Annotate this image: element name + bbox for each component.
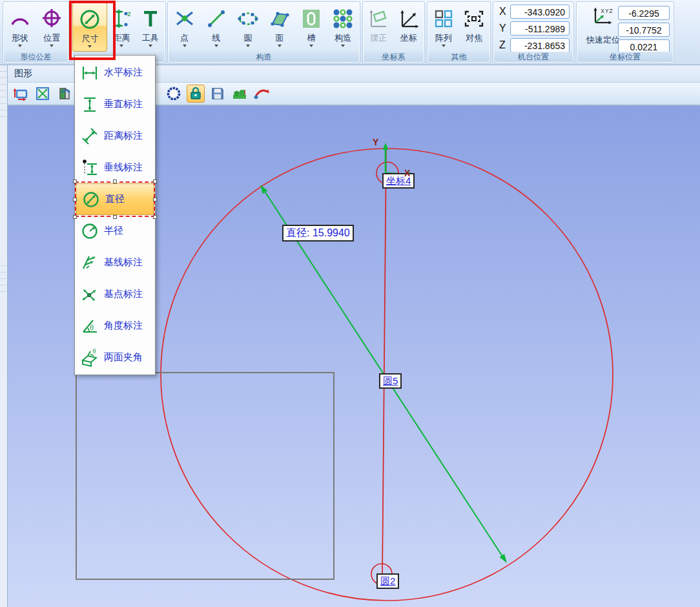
circle-icon bbox=[236, 5, 260, 33]
left-panel-edge bbox=[0, 65, 8, 607]
coordinate-label: 坐标 bbox=[400, 33, 417, 43]
group-label-machine-position: 机台位置 bbox=[494, 52, 573, 62]
lock-icon bbox=[188, 86, 203, 101]
line-icon bbox=[205, 5, 228, 33]
ribbon-group-tolerance: 形状 位置 形位公差 bbox=[3, 1, 69, 63]
diameter-icon bbox=[81, 190, 101, 209]
menu-item-vertical-dim[interactable]: 垂直标注 bbox=[75, 88, 155, 120]
group-label-other: 其他 bbox=[428, 52, 489, 62]
vertical-dim-icon bbox=[79, 96, 100, 114]
shape-tolerance-button[interactable]: 形状 bbox=[5, 3, 36, 52]
machine-z-row: Z -231.8653 bbox=[499, 37, 570, 53]
position-tolerance-button[interactable]: 位置 bbox=[36, 3, 67, 52]
position-label: 位置 bbox=[43, 33, 60, 43]
redo-rotate-button[interactable] bbox=[252, 85, 271, 103]
chevron-down-icon bbox=[309, 45, 313, 49]
svg-text:θ: θ bbox=[92, 349, 96, 355]
redo-arrow-icon bbox=[252, 85, 271, 102]
menu-item-angle-dim[interactable]: θ 角度标注 bbox=[75, 310, 155, 342]
chevron-down-icon bbox=[214, 45, 218, 49]
align-icon bbox=[367, 5, 390, 33]
coordinate-button[interactable]: 坐标 bbox=[394, 3, 423, 52]
shape-label: 形状 bbox=[12, 33, 28, 43]
menu-item-diameter[interactable]: 直径 bbox=[76, 183, 154, 215]
machine-x-value: -343.0920 bbox=[510, 5, 570, 19]
tools-button[interactable]: 工具 bbox=[136, 3, 165, 52]
focus-button[interactable]: 对焦 bbox=[460, 3, 489, 52]
polygon-circle-button[interactable] bbox=[165, 85, 183, 103]
menu-item-basepoint-dim[interactable]: 基点标注 bbox=[75, 278, 155, 310]
group-label-tolerance: 形位公差 bbox=[4, 52, 68, 62]
focus-label: 对焦 bbox=[466, 33, 482, 43]
menu-item-radius[interactable]: 半径 bbox=[75, 215, 155, 247]
tools-label: 工具 bbox=[142, 33, 159, 43]
radius-icon bbox=[79, 222, 100, 240]
distance-iz-icon: z bbox=[110, 5, 132, 33]
svg-text:XYZ: XYZ bbox=[601, 8, 613, 14]
coordpos-value-1: -6.2295 bbox=[618, 6, 670, 20]
scene-image-icon bbox=[231, 85, 248, 102]
z-axis-label: Z bbox=[499, 39, 510, 51]
chevron-down-icon bbox=[88, 45, 92, 50]
menu-item-distance-dim[interactable]: 距离标注 bbox=[75, 120, 155, 152]
perpline-dim-icon bbox=[79, 159, 100, 177]
coordinate-axes-icon bbox=[397, 5, 420, 33]
menu-item-horizontal-dim[interactable]: 水平标注 bbox=[75, 57, 155, 88]
label-circle5[interactable]: 圆5 bbox=[379, 373, 402, 389]
tools-t-icon bbox=[139, 5, 161, 33]
ribbon-group-coordinate-position: XYZ 快速定位 -6.2295 -10.7752 0.0221 坐标位置 bbox=[576, 1, 674, 63]
line-label: 线 bbox=[212, 33, 220, 43]
dimension-label: 尺寸 bbox=[81, 34, 98, 43]
save-floppy-icon bbox=[210, 86, 225, 101]
red-centerline[interactable] bbox=[382, 149, 386, 578]
distance-button[interactable]: z 距离 bbox=[107, 3, 136, 52]
menu-item-perpline-dim[interactable]: 垂线标注 bbox=[75, 152, 155, 183]
quick-locate-xyz-icon: XYZ bbox=[589, 5, 617, 30]
array-label: 阵列 bbox=[435, 33, 452, 43]
label-diameter-value[interactable]: 直径: 15.9940 bbox=[282, 225, 354, 242]
ribbon-group-coordsys: 摆正 坐标 坐标系 bbox=[362, 1, 425, 63]
canvas-axis-x-letter: X bbox=[404, 168, 410, 178]
chevron-down-icon bbox=[149, 45, 152, 49]
circle-button[interactable]: 圆 bbox=[233, 3, 262, 52]
application-window: 形状 位置 形位公差 尺寸 bbox=[0, 0, 700, 607]
zoom-fit-button[interactable] bbox=[34, 85, 52, 103]
svg-text:θ: θ bbox=[90, 324, 94, 331]
dimension-dropdown-menu: 水平标注 垂直标注 距离标注 垂线标注 直径 bbox=[74, 55, 156, 375]
chevron-down-icon bbox=[442, 45, 446, 49]
group-label-construct: 构造 bbox=[169, 52, 359, 62]
array-button[interactable]: 阵列 bbox=[429, 3, 458, 52]
horizontal-dim-icon bbox=[79, 64, 100, 82]
position-target-icon bbox=[40, 5, 63, 33]
point-button[interactable]: 点 bbox=[170, 3, 199, 52]
plane-button[interactable]: 面 bbox=[265, 3, 294, 52]
lock-button[interactable] bbox=[187, 85, 205, 103]
point-icon bbox=[173, 5, 196, 33]
construct-button[interactable]: 构造 bbox=[329, 3, 358, 52]
tab-graphics[interactable]: 图形 bbox=[14, 68, 32, 79]
plane-label: 面 bbox=[276, 33, 284, 43]
slot-label: 槽 bbox=[307, 33, 316, 43]
dihedral-angle-icon: θ bbox=[79, 349, 100, 367]
pan-view-button[interactable] bbox=[12, 85, 30, 103]
menu-item-baseline-dim[interactable]: 基线标注 bbox=[75, 247, 155, 278]
save-button[interactable] bbox=[209, 85, 227, 103]
align-button: 摆正 bbox=[364, 3, 393, 52]
array-grid-icon bbox=[433, 5, 455, 33]
gray-rectangle[interactable] bbox=[76, 373, 334, 579]
distance-label: 距离 bbox=[113, 33, 130, 43]
chevron-down-icon bbox=[246, 45, 250, 49]
svg-text:z: z bbox=[128, 10, 132, 17]
line-button[interactable]: 线 bbox=[201, 3, 231, 52]
scene-button[interactable] bbox=[231, 85, 249, 103]
menu-item-dihedral-angle[interactable]: θ 两面夹角 bbox=[75, 342, 155, 373]
construct-label: 构造 bbox=[335, 33, 351, 43]
label-circle2[interactable]: 圆2 bbox=[376, 573, 399, 589]
dimension-button[interactable]: 尺寸 bbox=[72, 3, 107, 52]
ribbon-group-machine-position: X -343.0920 Y -511.2989 Z -231.8653 机台位置 bbox=[493, 1, 574, 63]
ribbon-group-other: 阵列 对焦 其他 bbox=[427, 1, 491, 63]
construct-cluster-icon bbox=[331, 5, 355, 33]
slot-button[interactable]: 槽 bbox=[297, 3, 326, 52]
dimension-arrowhead-start bbox=[260, 185, 267, 194]
flip-view-button[interactable] bbox=[56, 85, 74, 103]
